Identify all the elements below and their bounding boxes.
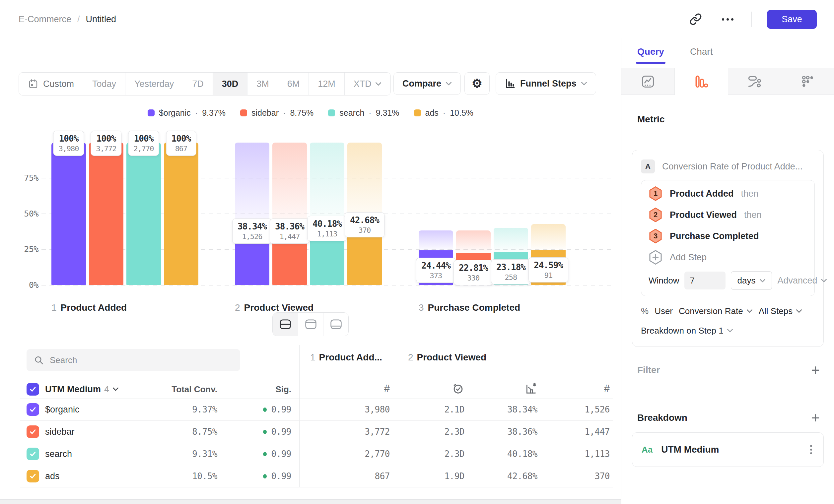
check-icon [29, 385, 37, 393]
step-number-badge: 3 [649, 228, 662, 244]
breakdown-column-header[interactable]: UTM Medium 4 [45, 384, 119, 394]
share-link-button[interactable] [687, 11, 704, 27]
report-type-tabs [621, 68, 834, 95]
select-all-checkbox[interactable] [26, 383, 39, 395]
add-step-icon [649, 250, 662, 265]
percent-icon: % [641, 306, 649, 316]
metric-title[interactable]: Conversion Rate of Product Adde... [662, 161, 803, 172]
report-tab-retention[interactable] [781, 68, 834, 95]
tab-chart[interactable]: Chart [690, 46, 712, 64]
check-icon [29, 450, 37, 458]
funnel-bar[interactable] [51, 143, 86, 285]
table-row[interactable]: $organic9.37%0.993,9802.1D38.34%1,526 [20, 398, 613, 421]
row-significance: 0.99 [225, 405, 291, 414]
funnel-bar[interactable] [164, 143, 198, 285]
row-checkbox[interactable] [26, 448, 39, 460]
row-checkbox[interactable] [26, 426, 39, 438]
y-tick-75: 75% [10, 173, 39, 183]
legend-item-organic[interactable]: $organic·9.37% [148, 108, 225, 118]
table-row[interactable]: search9.31%0.992,7702.3D40.18%1,113 [20, 443, 613, 465]
sig-column-header[interactable]: Sig. [225, 384, 291, 394]
legend-swatch [328, 109, 335, 116]
funnel-step-2[interactable]: 2 Product Viewed then [649, 204, 807, 226]
legend-item-sidebar[interactable]: sidebar·8.75% [240, 108, 313, 118]
search-input[interactable] [49, 355, 233, 366]
funnel-bar[interactable] [126, 143, 161, 285]
row-label: ads [45, 471, 60, 481]
add-breakdown-button[interactable]: + [811, 411, 820, 425]
save-button[interactable]: Save [767, 10, 817, 29]
settings-button[interactable]: ⚙ [464, 72, 490, 95]
report-canvas: Custom Today Yesterday 7D 30D 3M 6M 12M … [0, 39, 621, 504]
breakdown-item[interactable]: Aa UTM Medium [632, 432, 824, 467]
window-value-input[interactable] [684, 272, 726, 290]
more-menu-button[interactable] [719, 14, 736, 25]
range-7d[interactable]: 7D [183, 73, 213, 95]
row-conv-rate: 38.34% [468, 405, 537, 414]
bar-value-label: 23.18%258 [491, 259, 531, 284]
chevron-down-icon [581, 82, 587, 86]
link-icon [689, 13, 702, 25]
measure-scope-select[interactable]: All Steps [759, 306, 803, 316]
report-tab-insights[interactable] [621, 68, 675, 95]
check-icon [29, 472, 37, 480]
breakdown-on-step-select[interactable]: Breakdown on Step 1 [641, 326, 815, 336]
legend-swatch [148, 109, 155, 116]
report-title[interactable]: Untitled [86, 14, 116, 25]
chart-type-selector[interactable]: Funnel Steps [496, 72, 596, 95]
row-checkbox[interactable] [26, 403, 39, 416]
tab-query[interactable]: Query [637, 46, 664, 64]
legend-item-search[interactable]: search·9.31% [328, 108, 399, 118]
row-step1-uniques: 867 [315, 471, 390, 481]
measurement-row: % User Conversion Rate All Steps [641, 306, 815, 316]
breadcrumb-board[interactable]: E-Commerce [19, 14, 71, 25]
chevron-down-icon [746, 309, 753, 313]
funnel-step-3[interactable]: 3 Purchase Completed [649, 226, 807, 247]
range-3m[interactable]: 3M [247, 73, 278, 95]
layout-chart-only-button[interactable] [298, 313, 323, 336]
funnel-bar-remainder [310, 143, 344, 228]
total-conv-column-header[interactable]: Total Conv. [159, 384, 217, 394]
layout-split-button[interactable] [273, 313, 298, 336]
row-checkbox[interactable] [26, 470, 39, 482]
range-12m[interactable]: 12M [309, 73, 344, 95]
funnel-step-1[interactable]: 1 Product Added then [649, 183, 807, 204]
add-filter-button[interactable]: + [811, 363, 820, 377]
bar-value-label: 22.81%330 [454, 260, 493, 285]
range-yesterday[interactable]: Yesterday [125, 73, 183, 95]
table-row[interactable]: ads10.5%0.998671.9D42.68%370 [20, 465, 613, 487]
add-step-button[interactable]: Add Step [649, 247, 807, 268]
compare-button[interactable]: Compare [393, 72, 461, 95]
funnel-bar[interactable] [89, 143, 124, 285]
layout-table-only-button[interactable] [323, 313, 348, 336]
funnel-plot: 100%3,980100%3,772100%2,770100%86738.34%… [43, 126, 607, 285]
table-body: $organic9.37%0.993,9802.1D38.34%1,526sid… [20, 398, 613, 487]
panel-tabs: Query Chart [637, 46, 712, 64]
kebab-menu-icon[interactable] [808, 443, 814, 456]
table-row[interactable]: sidebar8.75%0.993,7722.3D38.36%1,447 [20, 421, 613, 443]
range-today[interactable]: Today [83, 73, 125, 95]
range-6m[interactable]: 6M [278, 73, 309, 95]
window-unit-select[interactable]: days [731, 271, 772, 290]
range-custom[interactable]: Custom [19, 73, 83, 95]
row-label: $organic [45, 405, 80, 415]
advanced-toggle[interactable]: Advanced [777, 276, 827, 286]
range-xtd[interactable]: XTD [344, 73, 391, 95]
measure-entity[interactable]: User [655, 306, 673, 316]
chevron-down-icon [796, 309, 802, 313]
retention-icon [800, 74, 815, 89]
measure-metric-select[interactable]: Conversion Rate [679, 306, 753, 316]
report-tab-flows[interactable] [728, 68, 782, 95]
range-30d[interactable]: 30D [213, 73, 247, 95]
table-bottom-divider [0, 499, 621, 504]
row-total-conv: 8.75% [159, 427, 217, 437]
report-tab-funnels[interactable] [675, 68, 728, 95]
funnel-bar-remainder [419, 230, 453, 250]
chevron-down-icon [112, 387, 119, 391]
legend-item-ads[interactable]: ads·10.5% [414, 108, 474, 118]
row-total-conv: 9.31% [159, 449, 217, 459]
row-step2-uniques: 1,113 [541, 449, 610, 459]
significance-dot [263, 452, 267, 456]
table-group-step1: 1Product Add... [310, 352, 382, 363]
insights-icon [641, 74, 655, 89]
